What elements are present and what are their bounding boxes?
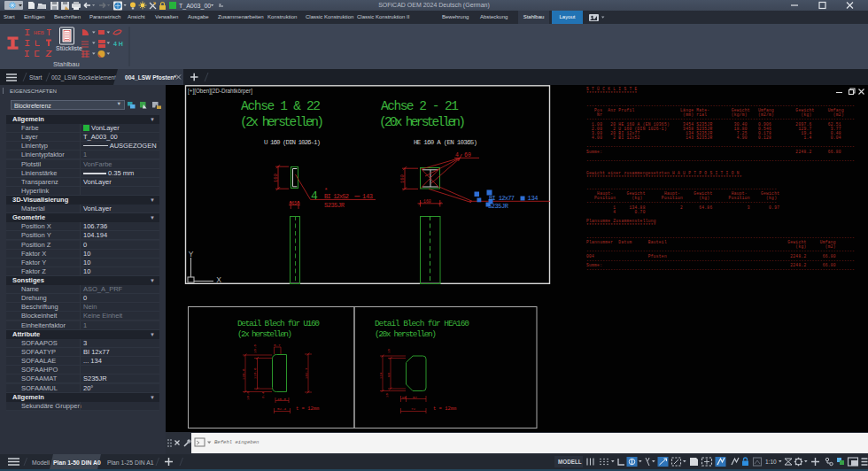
- svg-text:X: X: [216, 275, 221, 284]
- svg-text:S235JR: S235JR: [488, 203, 509, 210]
- svg-text:Achse 1 & 22: Achse 1 & 22: [241, 99, 321, 113]
- svg-text:8.7: 8.7: [274, 344, 281, 347]
- svg-text:143: 143: [362, 193, 373, 200]
- svg-text:002_LSW Sockelelemente*: 002_LSW Sockelelemente*: [51, 74, 122, 81]
- svg-text:15: 15: [387, 348, 391, 353]
- svg-text:Stückliste: Stückliste: [56, 45, 82, 51]
- svg-text:MODELL: MODELL: [558, 459, 582, 465]
- svg-text:Detail Blech für U160: Detail Blech für U160: [237, 319, 320, 328]
- svg-text:Plan 1-25 DIN A1: Plan 1-25 DIN A1: [107, 459, 154, 466]
- svg-text:126.6: 126.6: [242, 368, 245, 380]
- svg-text:57: 57: [413, 396, 418, 399]
- svg-text:HE 160 A (EN 10365): HE 160 A (EN 10365): [414, 139, 477, 146]
- svg-text:Detail Blech für HEA160: Detail Blech für HEA160: [375, 319, 469, 328]
- svg-text:BI 12x77: BI 12x77: [489, 195, 515, 202]
- svg-text:Start: Start: [29, 74, 42, 81]
- svg-text:160: 160: [273, 174, 279, 182]
- svg-text:(20x herstellen): (20x herstellen): [375, 329, 437, 339]
- svg-text:Plan 1-50 DIN A0: Plan 1-50 DIN A0: [53, 459, 101, 466]
- svg-text:U 160 (DIN 1026-1): U 160 (DIN 1026-1): [264, 139, 321, 146]
- svg-text:HEB: HEB: [34, 30, 44, 35]
- svg-text:15: 15: [385, 392, 389, 398]
- svg-text:Stahlbau: Stahlbau: [53, 60, 80, 68]
- svg-text:BI 12x52: BI 12x52: [324, 193, 349, 200]
- svg-text:(2x herstellen): (2x herstellen): [240, 115, 324, 129]
- svg-text:4: 4: [311, 189, 318, 203]
- svg-text:60: 60: [464, 152, 471, 158]
- svg-text:(2x herstellen): (2x herstellen): [237, 329, 292, 339]
- svg-text:4 H: 4 H: [113, 41, 123, 47]
- svg-text:65: 65: [292, 201, 298, 205]
- svg-text:160: 160: [399, 174, 406, 183]
- svg-text:3.4: 3.4: [261, 391, 265, 398]
- svg-text:160: 160: [423, 199, 431, 204]
- svg-text:t = 12mm: t = 12mm: [433, 405, 457, 412]
- svg-text:162.7: 162.7: [305, 367, 308, 379]
- svg-text:16.6: 16.6: [246, 390, 250, 400]
- svg-text:1:10: 1:10: [765, 459, 777, 465]
- svg-text:Achse 2 - 21: Achse 2 - 21: [381, 99, 459, 113]
- svg-text:72: 72: [411, 407, 416, 411]
- svg-text:98: 98: [387, 372, 391, 377]
- svg-text:15: 15: [402, 396, 407, 399]
- svg-text:115.6: 115.6: [253, 367, 257, 379]
- svg-text:004_LSW Pfosten*: 004_LSW Pfosten*: [125, 74, 176, 81]
- svg-text:t = 12mm: t = 12mm: [296, 405, 320, 412]
- svg-text:S235JR: S235JR: [324, 202, 345, 209]
- svg-text:Modell: Modell: [32, 459, 50, 466]
- svg-text:10.5: 10.5: [253, 344, 257, 353]
- svg-text:(20x herstellen): (20x herstellen): [379, 115, 466, 129]
- svg-text:4: 4: [455, 152, 459, 158]
- svg-text:124: 124: [379, 372, 383, 379]
- svg-text:Y: Y: [189, 250, 194, 259]
- svg-text:134: 134: [528, 195, 539, 202]
- svg-text:52.4: 52.4: [277, 407, 287, 411]
- svg-text:[+][Oben][2D-Drahtkörper]: [+][Oben][2D-Drahtkörper]: [188, 88, 252, 95]
- svg-text:45.8: 45.8: [277, 398, 287, 401]
